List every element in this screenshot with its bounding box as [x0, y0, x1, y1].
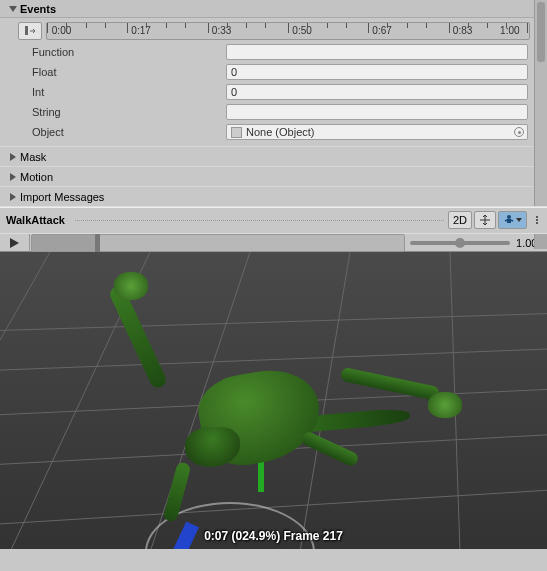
string-field[interactable] [226, 104, 528, 120]
svg-line-11 [511, 220, 513, 221]
float-label: Float [32, 66, 226, 78]
svg-marker-0 [9, 6, 17, 12]
svg-marker-3 [10, 153, 16, 161]
svg-rect-1 [25, 26, 28, 35]
frame-status: 0:07 (024.9%) Frame 217 [204, 529, 343, 543]
events-body: 0:00 0:17 0:33 0:50 0:67 0:83 1:00 Funct… [0, 18, 534, 146]
time-scrubber[interactable] [31, 234, 405, 252]
svg-marker-4 [10, 173, 16, 181]
events-timeline[interactable]: 0:00 0:17 0:33 0:50 0:67 0:83 1:00 [46, 22, 530, 40]
int-label: Int [32, 86, 226, 98]
motion-header[interactable]: Motion [0, 166, 534, 186]
events-title: Events [20, 3, 56, 15]
foldout-down-icon [8, 4, 18, 14]
avatar-button[interactable] [498, 211, 527, 229]
playback-bar: 1.00x [0, 234, 547, 252]
function-label: Function [32, 46, 226, 58]
scrubber-handle[interactable] [95, 234, 100, 252]
scrollbar-vertical[interactable] [534, 0, 547, 221]
function-field[interactable] [226, 44, 528, 60]
speed-slider[interactable] [410, 241, 510, 245]
object-field[interactable]: None (Object) [226, 124, 528, 140]
model-preview [90, 272, 420, 532]
foldout-right-icon [8, 172, 18, 182]
svg-marker-12 [516, 218, 522, 222]
object-picker-icon[interactable] [514, 127, 524, 137]
float-field[interactable]: 0 [226, 64, 528, 80]
divider-line [75, 220, 444, 221]
svg-rect-9 [507, 219, 511, 223]
foldout-right-icon [8, 152, 18, 162]
svg-line-19 [0, 252, 50, 549]
string-label: String [32, 106, 226, 118]
object-label: Object [32, 126, 226, 138]
svg-point-8 [507, 215, 511, 219]
play-button[interactable] [0, 234, 30, 252]
preview-viewport[interactable]: 0:07 (024.9%) Frame 217 [0, 252, 547, 549]
import-messages-header[interactable]: Import Messages [0, 186, 534, 206]
int-field[interactable]: 0 [226, 84, 528, 100]
preview-header: WalkAttack 2D [0, 206, 547, 234]
events-header[interactable]: Events [0, 0, 534, 18]
svg-marker-5 [10, 193, 16, 201]
svg-line-10 [505, 220, 507, 221]
svg-marker-13 [10, 238, 19, 248]
object-thumb-icon [231, 127, 242, 138]
foldout-right-icon [8, 192, 18, 202]
clip-name: WalkAttack [6, 214, 65, 226]
2d-toggle-button[interactable]: 2D [448, 211, 472, 229]
pivot-button[interactable] [474, 211, 496, 229]
add-event-button[interactable] [18, 22, 42, 40]
mask-header[interactable]: Mask [0, 146, 534, 166]
preview-menu-button[interactable] [533, 216, 541, 224]
